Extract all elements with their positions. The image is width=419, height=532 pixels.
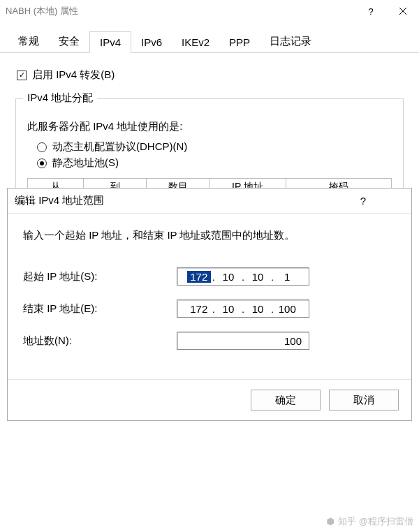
tab-ppp[interactable]: PPP	[219, 32, 260, 52]
count-value: 100	[284, 335, 302, 347]
tab-general[interactable]: 常规	[8, 31, 49, 52]
start-ip-row: 起始 IP 地址(S): 172. 10. 10. 1	[23, 267, 396, 286]
tab-ipv4[interactable]: IPv4	[89, 31, 131, 53]
end-ip-label: 结束 IP 地址(E):	[23, 302, 177, 316]
end-ip-o2[interactable]: 10	[216, 303, 240, 315]
end-ip-o1[interactable]: 172	[187, 303, 211, 315]
tab-ikev2[interactable]: IKEv2	[172, 32, 219, 52]
start-ip-o2[interactable]: 10	[216, 271, 240, 283]
enable-ipv4-forwarding-checkbox[interactable]: ✓	[17, 71, 27, 80]
start-ip-input[interactable]: 172. 10. 10. 1	[177, 267, 309, 286]
tab-logging[interactable]: 日志记录	[260, 31, 321, 52]
close-button[interactable]	[387, 0, 419, 22]
tab-strip: 常规 安全 IPv4 IPv6 IKEv2 PPP 日志记录	[0, 22, 419, 53]
radio-dhcp[interactable]	[37, 142, 47, 152]
tab-security[interactable]: 安全	[49, 31, 89, 52]
cancel-button[interactable]: 取消	[329, 390, 399, 411]
count-input[interactable]: 100	[177, 332, 309, 350]
zhihu-icon	[325, 517, 335, 526]
count-row: 地址数(N): 100	[23, 332, 396, 350]
ok-button-label: 确定	[275, 394, 296, 407]
radio-dhcp-label: 动态主机配置协议(DHCP)(N)	[52, 140, 187, 154]
question-icon: ?	[368, 6, 373, 17]
ok-button[interactable]: 确定	[251, 390, 321, 411]
close-icon	[399, 6, 406, 17]
dialog-help-button[interactable]: ?	[347, 189, 379, 214]
parent-window-title: NABH (本地) 属性	[6, 5, 355, 17]
radio-static[interactable]	[37, 158, 47, 168]
cancel-button-label: 取消	[353, 394, 374, 407]
start-ip-o4[interactable]: 1	[275, 271, 299, 283]
start-ip-o3[interactable]: 10	[246, 271, 270, 283]
end-ip-input[interactable]: 172. 10. 10. 100	[177, 300, 309, 318]
dialog-title: 编辑 IPv4 地址范围	[15, 194, 347, 207]
dialog-instruction: 输入一个起始 IP 地址，和结束 IP 地址或范围中的地址数。	[23, 229, 396, 242]
edit-ipv4-range-dialog: 编辑 IPv4 地址范围 ? 输入一个起始 IP 地址，和结束 IP 地址或范围…	[7, 188, 412, 421]
parent-window-titlebar: NABH (本地) 属性 ?	[0, 0, 419, 22]
end-ip-o3[interactable]: 10	[246, 303, 270, 315]
checkmark-icon: ✓	[19, 71, 25, 79]
group-legend: IPv4 地址分配	[23, 91, 97, 105]
tab-ipv6[interactable]: IPv6	[131, 32, 172, 52]
radio-static-row[interactable]: 静态地址池(S)	[37, 156, 392, 170]
dialog-body: 输入一个起始 IP 地址，和结束 IP 地址或范围中的地址数。 起始 IP 地址…	[8, 214, 411, 379]
dialog-titlebar: 编辑 IPv4 地址范围 ?	[8, 189, 411, 214]
start-ip-o1[interactable]: 172	[187, 271, 211, 283]
enable-ipv4-forwarding-label: 启用 IPv4 转发(B)	[32, 68, 115, 82]
start-ip-label: 起始 IP 地址(S):	[23, 270, 177, 283]
radio-static-label: 静态地址池(S)	[52, 156, 119, 170]
dialog-button-row: 确定 取消	[8, 379, 411, 420]
help-button[interactable]: ?	[355, 0, 387, 22]
radio-dhcp-row[interactable]: 动态主机配置协议(DHCP)(N)	[37, 140, 392, 154]
enable-ipv4-forwarding-row[interactable]: ✓ 启用 IPv4 转发(B)	[17, 68, 404, 82]
end-ip-o4[interactable]: 100	[275, 303, 299, 315]
watermark-text: 知乎 @程序扫雷僧	[338, 515, 413, 528]
dialog-close-button[interactable]	[379, 189, 411, 214]
group-intro: 此服务器分配 IPv4 地址使用的是:	[27, 120, 392, 133]
count-label: 地址数(N):	[23, 334, 177, 348]
question-icon: ?	[360, 195, 366, 207]
end-ip-row: 结束 IP 地址(E): 172. 10. 10. 100	[23, 300, 396, 318]
watermark: 知乎 @程序扫雷僧	[325, 515, 413, 528]
